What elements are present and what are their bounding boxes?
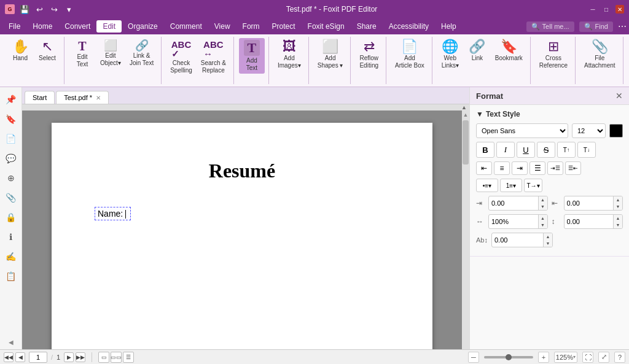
search-replace-button[interactable]: ABC↔ Search &Replace	[197, 38, 230, 76]
menu-home[interactable]: Home	[26, 20, 58, 33]
sidebar-clipboard[interactable]: 📋	[2, 268, 20, 285]
last-page-button[interactable]: ▶▶	[76, 352, 85, 362]
zoom-thumb[interactable]	[506, 354, 512, 360]
cross-reference-button[interactable]: ⊞ CrossReference	[536, 38, 571, 71]
underline-button[interactable]: U	[517, 142, 535, 158]
file-attachment-button[interactable]: 📎 FileAttachment	[580, 38, 619, 71]
bullet-list-button[interactable]: •≡▾	[476, 179, 498, 192]
zoom-out-button[interactable]: ─	[468, 352, 479, 363]
align-justify-button[interactable]: ☰	[529, 161, 545, 175]
sidebar-sign[interactable]: ✍	[2, 248, 20, 265]
single-page-view[interactable]: ▭	[98, 352, 109, 363]
link-join-text-button[interactable]: 🔗 Link &Join Text	[126, 38, 157, 69]
left-indent-input[interactable]: 0.00 ▲ ▼	[488, 196, 548, 211]
menu-view[interactable]: View	[208, 20, 236, 33]
font-color-picker[interactable]	[609, 124, 623, 137]
sidebar-doc-info[interactable]: ℹ	[2, 228, 20, 246]
numbered-list-button[interactable]: 1≡▾	[500, 179, 522, 192]
baseline-input[interactable]: 0.00 ▲ ▼	[491, 233, 553, 247]
menu-edit[interactable]: Edit	[96, 20, 122, 33]
menu-form[interactable]: Form	[236, 20, 266, 33]
double-page-view[interactable]: ▭▭	[111, 352, 122, 363]
font-size-selector[interactable]: 12	[572, 123, 606, 138]
help-button[interactable]: ?	[614, 352, 625, 363]
align-right-button[interactable]: ⇥	[512, 161, 528, 175]
doc-scroll-area[interactable]: ▲ Resumé Name:	[22, 104, 469, 349]
menu-file[interactable]: File	[2, 20, 26, 33]
baseline-down[interactable]: ▼	[544, 240, 552, 247]
name-textbox[interactable]: Name:	[95, 207, 131, 220]
menu-organize[interactable]: Organize	[122, 20, 164, 33]
scale-up[interactable]: ▲	[539, 215, 547, 222]
left-indent-up[interactable]: ▲	[539, 196, 547, 203]
text-style-collapse[interactable]: ▼	[476, 110, 483, 118]
right-indent-input[interactable]: 0.00 ▲ ▼	[564, 196, 623, 211]
subscript-button[interactable]: T↓	[577, 142, 596, 158]
next-page-button[interactable]: ▶	[64, 352, 74, 362]
web-links-button[interactable]: 🌐 WebLinks▾	[437, 38, 463, 71]
sidebar-pages[interactable]: 📄	[2, 130, 20, 147]
sidebar-collapse-arrow[interactable]: ◀	[9, 339, 14, 346]
page-input[interactable]	[29, 352, 47, 363]
link-button[interactable]: 🔗 Link	[464, 38, 490, 64]
prev-page-button[interactable]: ◀	[15, 352, 25, 362]
char-spacing-up[interactable]: ▲	[614, 215, 622, 222]
right-indent-up[interactable]: ▲	[614, 196, 622, 203]
menu-foxit-esign[interactable]: Foxit eSign	[302, 20, 351, 33]
char-spacing-input[interactable]: 0.00 ▲ ▼	[564, 214, 623, 229]
reflow-editing-button[interactable]: ⇄ ReflowEditing	[356, 38, 382, 71]
menu-help[interactable]: Help	[435, 20, 463, 33]
menu-more[interactable]: ⋯	[618, 21, 627, 31]
add-shapes-button[interactable]: ⬜ AddShapes ▾	[314, 38, 347, 71]
sidebar-security[interactable]: 🔒	[2, 209, 20, 226]
baseline-up[interactable]: ▲	[544, 233, 552, 240]
scale-down[interactable]: ▼	[539, 222, 547, 228]
menu-accessibility[interactable]: Accessibility	[383, 20, 435, 33]
align-indent-button[interactable]: ⇥☰	[547, 161, 563, 175]
zoom-slider[interactable]	[484, 356, 533, 358]
sidebar-hand[interactable]: 📌	[2, 91, 20, 108]
left-indent-down[interactable]: ▼	[539, 203, 547, 210]
strikethrough-button[interactable]: S	[537, 142, 555, 158]
scroll-top[interactable]: ▲	[22, 104, 469, 110]
maximize-button[interactable]: □	[602, 5, 611, 14]
search-bar[interactable]: 🔍 Tell me...	[526, 21, 574, 32]
superscript-button[interactable]: T↑	[557, 142, 576, 158]
close-button[interactable]: ✕	[615, 5, 624, 14]
edit-text-button[interactable]: T EditText	[69, 38, 95, 70]
fit-page-button[interactable]: ⛶	[582, 352, 593, 363]
align-left-button[interactable]: ⇤	[476, 161, 492, 175]
qa-more[interactable]: ▾	[63, 3, 75, 15]
menu-protect[interactable]: Protect	[266, 20, 302, 33]
tab-document[interactable]: Test.pdf * ✕	[56, 91, 109, 104]
qa-undo[interactable]: ↩	[33, 3, 45, 15]
right-indent-down[interactable]: ▼	[614, 203, 622, 210]
tab-start[interactable]: Start	[25, 91, 55, 104]
menu-convert[interactable]: Convert	[58, 20, 96, 33]
add-images-button[interactable]: 🖼 AddImages▾	[274, 38, 305, 71]
minimize-button[interactable]: ─	[588, 5, 597, 14]
tab-close[interactable]: ✕	[96, 95, 101, 101]
sidebar-layers[interactable]: ⊕	[2, 169, 20, 187]
panel-close-button[interactable]: ✕	[615, 91, 623, 101]
qa-redo[interactable]: ↪	[48, 3, 60, 15]
hand-tool-button[interactable]: ✋ Hand	[7, 38, 33, 64]
align-outdent-button[interactable]: ☰⇤	[565, 161, 581, 175]
zoom-in-button[interactable]: +	[538, 352, 549, 363]
find-bar[interactable]: 🔍 Find	[579, 21, 613, 32]
select-tool-button[interactable]: ↖ Select	[34, 38, 60, 64]
first-page-button[interactable]: ◀◀	[4, 352, 14, 362]
zoom-level-display[interactable]: 125% ▾	[554, 352, 577, 363]
char-spacing-down[interactable]: ▼	[614, 222, 622, 228]
scale-input[interactable]: 100% ▲ ▼	[488, 214, 548, 229]
scroll-thumb[interactable]	[463, 120, 469, 165]
text-indent-button[interactable]: T→▾	[524, 179, 542, 192]
add-article-box-button[interactable]: 📄 AddArticle Box	[391, 38, 428, 71]
sidebar-bookmarks[interactable]: 🔖	[2, 110, 20, 128]
vertical-scrollbar[interactable]: ▲ ▼	[462, 110, 469, 349]
scroll-view[interactable]: ☰	[123, 352, 134, 363]
scroll-up-arrow[interactable]: ▲	[463, 110, 469, 119]
bookmark-button[interactable]: 🔖 Bookmark	[491, 38, 526, 64]
edit-object-button[interactable]: ⬜ EditObject▾	[96, 38, 125, 69]
sidebar-attachments[interactable]: 📎	[2, 189, 20, 206]
